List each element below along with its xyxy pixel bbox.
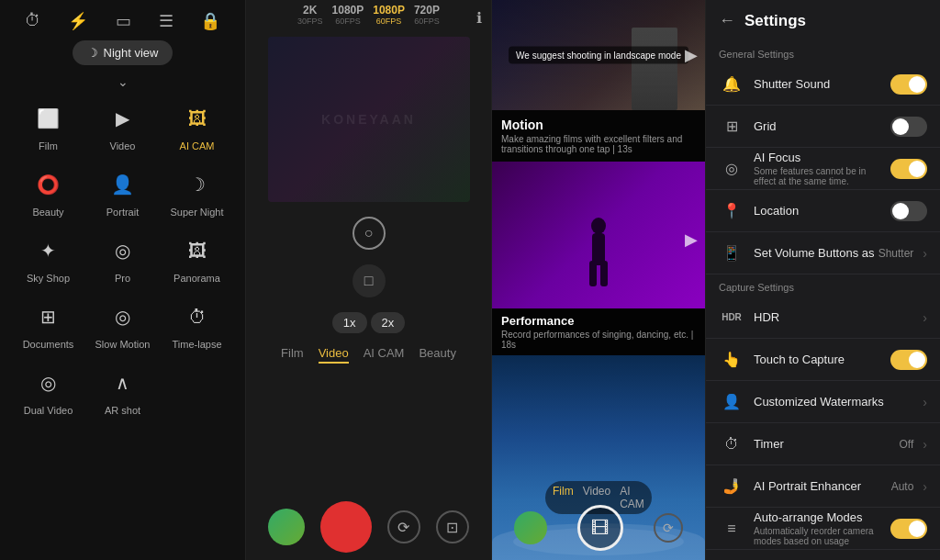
info-icon[interactable]: ℹ [476,9,482,27]
timer-label: Timer [754,437,900,451]
svg-rect-1 [592,233,605,265]
ai-focus-label: AI Focus [754,151,890,164]
touch-capture-toggle[interactable] [890,350,927,370]
portrait-enhancer-label: AI Portrait Enhancer [754,479,891,493]
tab-film[interactable]: Film [281,346,304,364]
tab-aicam[interactable]: AI CAM [364,346,405,364]
mode-item-skyshop[interactable]: ✦ Sky Shop [15,229,82,287]
ocean-preview: Film Video AI CAM 🎞 ⟳ [492,355,705,560]
mode-item-arshot[interactable]: ∧ AR shot [89,361,156,420]
settings-item-scan-qr[interactable]: ⊞ Scan QR Codes [706,550,940,560]
settings-item-touch-capture[interactable]: 👆 Touch to Capture [706,339,940,381]
ai-focus-sublabel: Some features cannot be in effect at the… [754,166,890,186]
mode-item-portrait[interactable]: 👤 Portrait [89,162,156,221]
panorama-label: Panorama [173,273,220,284]
ai-focus-toggle[interactable] [890,159,927,179]
switch-camera-button[interactable]: ⟳ [387,510,420,543]
chevron-down-icon[interactable]: ⌄ [118,74,129,89]
arshot-label: AR shot [105,405,140,416]
mode-item-video[interactable]: ▶ Video [89,96,156,155]
panel3-switch-button[interactable]: ⟳ [654,513,683,543]
grid-content: Grid [754,119,890,133]
performance-title: Performance [501,314,696,328]
pro-icon: ◎ [105,232,141,269]
zoom-1x-button[interactable]: 1x [332,312,367,333]
lock-icon[interactable]: 🔒 [200,11,220,31]
gallery-avatar[interactable] [268,509,305,545]
mode-item-beauty[interactable]: ⭕ Beauty [15,162,82,221]
res-tab-2k[interactable]: 2K 30FPS [297,4,323,26]
settings-item-watermarks[interactable]: 👤 Customized Watermarks › [706,381,940,423]
motion-play-icon[interactable]: ▶ [685,45,698,65]
mode-item-pro[interactable]: ◎ Pro [89,229,156,287]
ai-focus-content: AI Focus Some features cannot be in effe… [754,151,890,186]
landscape-suggestion: We suggest shooting in landscape mode [509,47,688,64]
timer-icon[interactable]: ⏱ [25,11,41,31]
settings-title: Settings [744,12,806,30]
panel2-mode-tabs: Film Video AI CAM Beauty [281,346,456,364]
motion-preview: We suggest shooting in landscape mode ▶ [492,0,705,110]
mode-item-aicam[interactable]: 🖼 AI CAM [163,96,230,155]
back-button[interactable]: ← [719,11,735,30]
mode-item-film[interactable]: ⬜ Film [15,96,82,155]
timer-control: Off › [900,437,927,452]
portrait-enhancer-value: Auto [891,480,914,493]
timer-value: Off [900,438,914,451]
settings-item-grid[interactable]: ⊞ Grid [706,106,940,148]
camera-modes-panel: ⏱ ⚡ ▭ ☰ 🔒 ☽ Night view ⌄ ⬜ Film ▶ Video … [0,0,246,560]
settings-item-location[interactable]: 📍 Location [706,190,940,232]
flash-icon[interactable]: ⚡ [68,11,88,31]
res-tab-1080-active[interactable]: 1080P 60FPS [373,4,405,26]
volume-buttons-content: Set Volume Buttons as [754,246,878,260]
settings-item-volume-buttons[interactable]: 📱 Set Volume Buttons as Shutter › [706,232,940,274]
volume-buttons-icon: 📱 [719,241,744,266]
res-tab-1080-1[interactable]: 1080P 60FPS [332,4,364,26]
mode-item-slowmotion[interactable]: ◎ Slow Motion [89,295,156,353]
motion-info: Motion Make amazing films with excellent… [492,110,705,162]
res-tab-720[interactable]: 720P 60FPS [414,4,440,26]
shutter-sound-toggle[interactable] [890,74,927,95]
shutter-sound-content: Shutter Sound [754,77,890,91]
night-view-button[interactable]: ☽ Night view [73,40,173,65]
watermarks-label: Customized Watermarks [754,395,923,409]
aspect-icon[interactable]: ▭ [116,11,131,31]
auto-arrange-toggle[interactable] [890,519,927,539]
settings-item-portrait-enhancer[interactable]: 🤳 AI Portrait Enhancer Auto › [706,465,940,508]
tab-video[interactable]: Video [319,346,349,364]
svg-rect-2 [589,261,597,286]
res-2k-fps: 30FPS [297,17,323,26]
circle-control-top[interactable]: ○ [352,217,386,250]
tab-beauty[interactable]: Beauty [419,346,455,364]
record-button[interactable] [320,501,372,553]
settings-item-ai-focus[interactable]: ◎ AI Focus Some features cannot be in ef… [706,148,940,190]
circle-control-bottom[interactable]: □ [352,264,386,297]
settings-item-timer[interactable]: ⏱ Timer Off › [706,423,940,465]
watermarks-chevron: › [923,395,927,409]
panel3-capture-button[interactable]: 🎞 [577,505,623,551]
volume-buttons-control: Shutter › [878,246,927,261]
mode-item-supernight[interactable]: ☽ Super Night [163,162,230,221]
grid-toggle[interactable] [890,117,927,137]
mode-item-timelapse[interactable]: ⏱ Time-lapse [163,295,230,353]
photo-count-icon[interactable]: ☰ [159,11,173,31]
svg-point-0 [591,218,606,234]
mode-item-dualvideo[interactable]: ◎ Dual Video [15,361,82,420]
res-1080-active-label: 1080P [373,4,405,17]
camera-viewfinder: KONEYAAN [268,37,470,202]
settings-item-auto-arrange[interactable]: ≡ Auto-arrange Modes Automatically reord… [706,508,940,550]
panel3-gallery-avatar[interactable] [514,511,547,544]
volume-buttons-chevron: › [923,246,927,261]
settings-item-hdr[interactable]: HDR HDR › [706,297,940,339]
zoom-2x-button[interactable]: 2x [371,312,406,333]
shutter-sound-label: Shutter Sound [754,77,890,91]
res-1080-1-label: 1080P [332,4,364,17]
settings-item-shutter-sound[interactable]: 🔔 Shutter Sound [706,63,940,106]
aicam-icon: 🖼 [179,100,216,137]
mode-item-documents[interactable]: ⊞ Documents [15,295,82,353]
performance-play-icon[interactable]: ▶ [685,230,698,250]
extra-control-button[interactable]: ⊡ [436,510,469,543]
mode-item-panorama[interactable]: 🖼 Panorama [163,229,230,287]
location-icon: 📍 [719,198,744,224]
shutter-sound-icon: 🔔 [719,72,744,97]
location-toggle[interactable] [890,201,927,221]
